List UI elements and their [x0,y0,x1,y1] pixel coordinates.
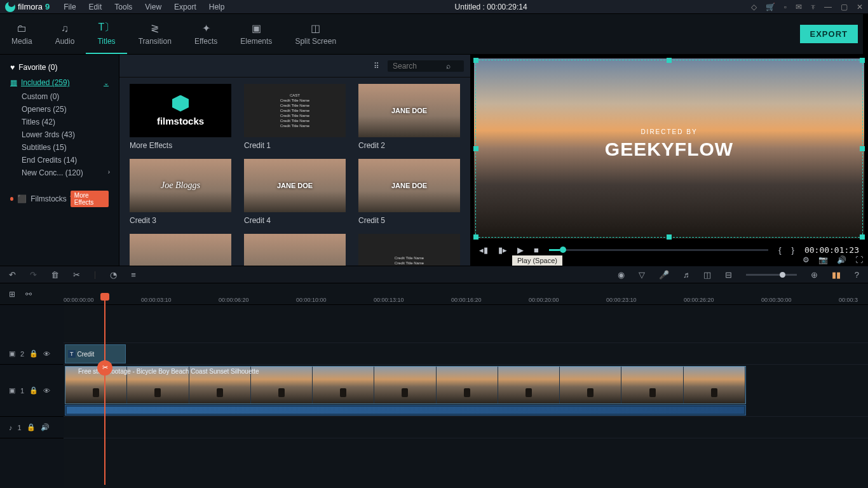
speed-button[interactable]: ◔ [110,270,117,280]
lock-icon[interactable]: 🔒 [27,423,36,431]
maximize-icon[interactable]: ▢ [841,3,848,11]
render-button[interactable]: ◉ [618,270,625,280]
sidebar-item-custom[interactable]: Custom (0) [0,90,119,103]
resize-handle[interactable] [473,58,478,63]
resize-handle[interactable] [667,234,672,240]
thumb-credit-3[interactable]: Joe Bloggs Credit 3 [130,159,231,225]
mark-in-button[interactable]: { [778,245,781,255]
thumb-row3-3[interactable]: Credit Title Name Credit Title Name [358,234,460,266]
tab-media[interactable]: 🗀Media [0,14,44,54]
sidebar-item-subtitles[interactable]: Subtitles (15) [0,141,119,154]
tab-titles[interactable]: T〕Titles [86,14,126,54]
next-frame-button[interactable]: ▮▸ [498,245,507,255]
thumb-credit-2[interactable]: JANE DOE Credit 2 [358,84,460,150]
account-icon[interactable]: ◇ [751,3,757,11]
split-button[interactable]: ✂ [73,270,80,280]
crop-button[interactable]: ◫ [703,270,711,280]
menu-view[interactable]: View [139,3,168,11]
scissors-icon[interactable]: ✂ [97,360,112,376]
delete-button[interactable]: 🗑 [51,270,59,280]
fullscreen-icon[interactable]: ⛶ [855,255,863,264]
help-button[interactable]: ? [855,270,859,280]
resize-handle[interactable] [473,234,478,240]
thumb-more-effects[interactable]: filmstocks More Effects [130,84,231,150]
lane-audio1[interactable] [64,417,868,438]
sidebar-favorite[interactable]: ♥Favorite (0) [0,60,119,75]
resize-handle[interactable] [860,234,865,240]
play-button[interactable]: ▶ [517,245,524,255]
tab-split-screen[interactable]: ◫Split Screen [283,14,348,54]
sidebar-item-titles[interactable]: Titles (42) [0,116,119,128]
thumb-credit-5[interactable]: JANE DOE Credit 5 [358,159,460,225]
audio-mixer-button[interactable]: ♬ [683,270,689,280]
export-button[interactable]: EXPORT [800,25,858,43]
snapshot-icon[interactable]: 📷 [818,255,828,264]
progress-knob[interactable] [560,247,566,253]
eye-icon[interactable]: 👁 [43,387,50,395]
grid-view-icon[interactable]: ⠿ [374,62,380,71]
zoom-out-button[interactable]: ⊟ [725,270,732,280]
close-icon[interactable]: ✕ [857,3,863,11]
track-head-title2[interactable]: ▣2🔒👁 [0,343,64,365]
cart-icon[interactable]: 🛒 [766,3,775,11]
search-icon[interactable]: ⌕ [446,62,451,71]
sidebar-item-endcredits[interactable]: End Credits (14) [0,154,119,166]
audio-waveform[interactable] [65,405,746,416]
track-head-video1[interactable]: ▣1🔒👁 [0,365,64,417]
link-icon[interactable]: ⚯ [25,290,32,299]
mark-out-button[interactable]: } [792,245,794,255]
lane-video1[interactable]: Free stock footage - Bicycle Boy Beach C… [64,365,868,417]
add-marker-icon[interactable]: ⊞ [9,290,15,299]
thumb-row3-2[interactable] [244,234,346,266]
undo-button[interactable]: ↶ [9,270,16,280]
mic-icon[interactable]: ⍕ [811,3,815,11]
menu-tools[interactable]: Tools [108,3,139,11]
settings-icon[interactable]: ⚙ [803,255,810,264]
sidebar-filmstocks[interactable]: ⬛ Filmstocks More Effects [0,184,119,214]
sidebar-item-lower3rds[interactable]: Lower 3rds (43) [0,128,119,141]
tab-transition[interactable]: ≷Transition [127,14,183,54]
progress-bar[interactable] [549,249,768,251]
tab-audio[interactable]: ♫Audio [44,14,86,54]
search-input[interactable] [393,62,446,71]
voiceover-button[interactable]: 🎤 [659,270,669,280]
stop-button[interactable]: ■ [534,245,539,255]
thumb-credit-4[interactable]: JANE DOE Credit 4 [244,159,346,225]
redo-button[interactable]: ↷ [30,270,37,280]
adjust-button[interactable]: ≡ [131,270,136,280]
prev-frame-button[interactable]: ◂▮ [479,245,488,255]
sidebar-item-openers[interactable]: Openers (25) [0,103,119,116]
track-manager-button[interactable]: ▮▮ [832,270,841,280]
more-effects-badge[interactable]: More Effects [71,191,109,207]
zoom-in-button[interactable]: ⊕ [811,270,818,280]
thumb-credit-1[interactable]: CAST Credit Title Name Credit Title Name… [244,84,346,150]
thumb-row3-1[interactable] [130,234,231,266]
volume-icon[interactable]: 🔊 [837,255,846,264]
track-head-audio1[interactable]: ♪1🔒🔊 [0,417,64,438]
lock-icon[interactable]: 🔒 [29,349,38,358]
marker-button[interactable]: ▽ [639,270,645,280]
eye-icon[interactable]: 👁 [43,350,50,358]
grid-icon: ▦ [10,78,17,87]
resize-handle[interactable] [667,58,672,63]
resize-handle[interactable] [860,58,865,63]
playhead[interactable]: ✂ [104,294,105,485]
save-icon[interactable]: ▫ [784,3,787,11]
title-clip[interactable]: TCredit [65,344,126,363]
lane-title2[interactable]: TCredit [64,343,868,365]
tab-effects[interactable]: ✦Effects [183,14,229,54]
video-clip[interactable]: Free stock footage - Bicycle Boy Beach C… [65,366,746,404]
menu-help[interactable]: Help [203,3,231,11]
mail-icon[interactable]: ✉ [796,3,802,11]
sidebar-included[interactable]: ▦Included (259)⌄ [0,75,119,90]
zoom-slider[interactable] [746,274,797,276]
menu-edit[interactable]: Edit [83,3,109,11]
menu-export[interactable]: Export [168,3,203,11]
sidebar-item-newconc[interactable]: New Conc... (120)› [0,166,119,179]
menu-file[interactable]: File [57,3,82,11]
tab-elements[interactable]: ▣Elements [229,14,283,54]
preview-video[interactable]: DIRECTED BY GEEKYFLOW [474,58,864,239]
mute-icon[interactable]: 🔊 [41,423,50,431]
minimize-icon[interactable]: — [824,3,832,11]
lock-icon[interactable]: 🔒 [29,386,38,395]
